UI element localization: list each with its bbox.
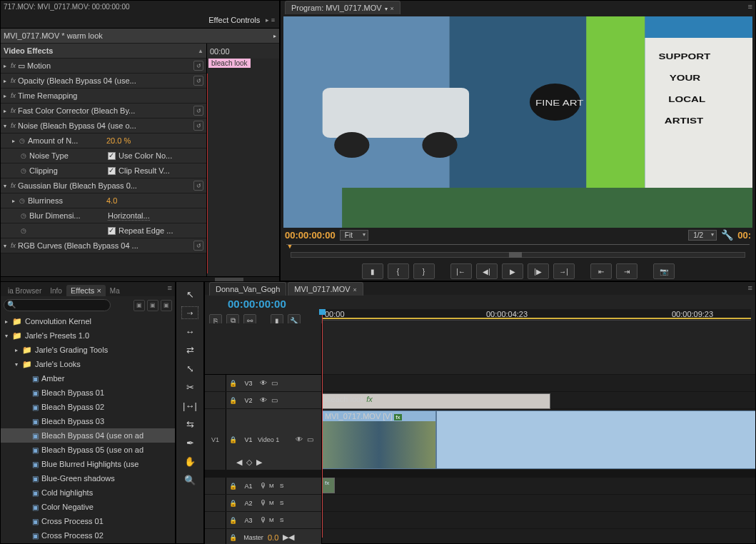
mute-solo[interactable]: M S	[269, 517, 286, 523]
folder-item[interactable]: ▾📁Jarle's Looks	[1, 357, 175, 371]
clip-video[interactable]: MVI_0717.MOV [V] fx	[322, 410, 436, 469]
preset-item[interactable]: ▣Blue-Green shadows	[1, 471, 175, 485]
resolution-dropdown[interactable]: 1/2	[688, 230, 717, 241]
checkbox[interactable]	[108, 227, 116, 235]
track-target-a3[interactable]: A3	[239, 517, 258, 524]
track-output-icon[interactable]: 👁	[260, 379, 267, 387]
track-name-v1[interactable]: Video 1	[258, 436, 293, 443]
scrub-playhead-icon[interactable]: ▼	[286, 242, 293, 250]
source-patch-v1[interactable]: V1	[205, 409, 226, 470]
sequence-tab-donna[interactable]: Donna_Van_Gogh	[209, 282, 286, 296]
slide-tool[interactable]: ⇆	[181, 418, 198, 430]
program-timecode-left[interactable]: 00:00:00:00	[285, 230, 336, 241]
close-icon[interactable]: ×	[390, 5, 394, 12]
preset-item[interactable]: ▣Amber	[1, 371, 175, 386]
track-output-icon[interactable]: 👁	[260, 396, 267, 404]
mute-solo[interactable]: M S	[269, 483, 286, 489]
prev-keyframe-icon[interactable]: ◀	[236, 458, 242, 467]
master-level[interactable]: 0.0	[268, 533, 278, 542]
step-back-button[interactable]: ◀|	[476, 263, 498, 279]
clip-audio[interactable]: fx	[322, 478, 335, 493]
preset-item[interactable]: ▣Bleach Bypass 01	[1, 386, 175, 400]
reset-button[interactable]: ↺	[193, 61, 203, 71]
track-target-v3[interactable]: V3	[239, 380, 258, 387]
ec-playhead[interactable]	[207, 74, 208, 273]
mark-out-bracket-button[interactable]: }	[413, 263, 435, 279]
track-voice-icon[interactable]: 🎙	[260, 482, 267, 490]
preset-item[interactable]: ▣Bleach Bypass 02	[1, 400, 175, 414]
effects-tree[interactable]: ▸📁Convolution Kernel▾📁Jarle's Presets 1.…	[1, 314, 175, 543]
timeline-playhead[interactable]	[322, 309, 323, 538]
panel-menu-icon[interactable]: ≡	[748, 283, 752, 292]
hand-tool[interactable]: ✋	[181, 455, 198, 468]
preset-item[interactable]: ▣Bleach Bypass 05 (use on ad	[1, 443, 175, 457]
slip-tool[interactable]: |↔|	[181, 399, 198, 412]
checkbox[interactable]	[108, 152, 116, 160]
rate-stretch-tool[interactable]: ⤡	[181, 362, 198, 375]
track-target-v1[interactable]: V1	[239, 436, 258, 443]
preset-item[interactable]: ▣Bleach Bypass 03	[1, 414, 175, 428]
close-icon[interactable]: ×	[96, 286, 101, 295]
export-frame-button[interactable]: 📷	[653, 263, 675, 279]
track-target-a2[interactable]: A2	[239, 500, 258, 507]
effect-gaussian-blur[interactable]: Gaussian Blur (Bleach Bypass 0...	[18, 181, 193, 190]
clip-video-tail[interactable]	[436, 410, 755, 469]
reset-button[interactable]: ↺	[193, 106, 203, 116]
program-scrubber[interactable]: ▼	[286, 242, 750, 261]
effect-noise[interactable]: Noise (Bleach Bypass 04 (use o...	[18, 121, 193, 130]
zoom-tool[interactable]: 🔍	[181, 473, 198, 486]
effect-motion[interactable]: Motion	[27, 61, 193, 70]
twirl-icon[interactable]: ▸	[4, 93, 11, 99]
combo-value[interactable]: Horizontal...	[108, 211, 150, 221]
preset-item[interactable]: ▣Cross Process 02	[1, 528, 175, 543]
twirl-icon[interactable]: ▸	[4, 108, 11, 114]
tab-effects[interactable]: Effects×	[66, 285, 106, 296]
preset-item[interactable]: ▣Color Negative	[1, 500, 175, 514]
effects-search-input[interactable]	[4, 299, 111, 311]
next-keyframe-icon[interactable]: ▶	[256, 458, 262, 467]
section-toggle-icon[interactable]: ▲	[198, 48, 203, 54]
track-output-icon[interactable]: 👁	[296, 435, 303, 443]
effect-opacity[interactable]: Opacity (Bleach Bypass 04 (use...	[18, 76, 193, 85]
twirl-icon[interactable]: ▸	[4, 78, 11, 84]
program-viewport[interactable]: FINE ART SUPPORT YOUR LOCAL ARTIST	[283, 16, 752, 228]
master-meter-icon[interactable]: ▶◀	[283, 533, 294, 542]
timeline-tracks-area[interactable]: bleach look fx MVI_0717.MOV [V] fx fx	[322, 323, 755, 543]
stopwatch-icon[interactable]: ◷	[19, 197, 25, 204]
param-value[interactable]: 4.0	[106, 196, 117, 205]
play-button[interactable]: ▶	[502, 263, 523, 279]
disclosure-icon[interactable]: ▸	[273, 33, 276, 39]
twirl-icon[interactable]: ▸	[12, 138, 19, 144]
razor-tool[interactable]: ✂	[181, 381, 198, 393]
timeline-timecode[interactable]: 00:00:00:00	[228, 298, 286, 310]
clip-adjustment-layer[interactable]: bleach look fx	[322, 393, 550, 409]
go-to-in-button[interactable]: |←	[450, 263, 472, 279]
stopwatch-icon[interactable]: ◷	[21, 167, 26, 174]
stopwatch-icon[interactable]: ◷	[21, 212, 26, 219]
ec-clip-bar[interactable]: bleach look	[208, 59, 251, 68]
track-voice-icon[interactable]: 🎙	[260, 516, 267, 524]
twirl-icon[interactable]: ▾	[5, 333, 12, 339]
fit-dropdown[interactable]: Fit	[340, 230, 368, 241]
twirl-icon[interactable]: ▾	[4, 243, 11, 249]
track-lock-icon[interactable]: 🔒	[226, 436, 239, 443]
track-select-tool[interactable]: ⇢	[181, 306, 198, 319]
twirl-icon[interactable]: ▸	[12, 198, 19, 204]
preset-item[interactable]: ▣Cold highlights	[1, 485, 175, 500]
accelerated-effects-filter[interactable]: ▣	[133, 300, 145, 311]
folder-item[interactable]: ▸📁Jarle's Grading Tools	[1, 343, 175, 357]
timeline-ruler[interactable]: 00:00 00:00:04:23 00:00:09:23	[322, 309, 751, 321]
extract-button[interactable]: ⇥	[616, 263, 637, 279]
folder-item[interactable]: ▸📁Convolution Kernel	[1, 314, 175, 328]
track-sync-lock-icon[interactable]: ▭	[271, 396, 278, 404]
track-target-v2[interactable]: V2	[239, 397, 258, 404]
reset-button[interactable]: ↺	[193, 181, 203, 191]
tab-dropdown-icon[interactable]: ▾	[385, 6, 388, 12]
param-value[interactable]: 20.0 %	[106, 136, 131, 145]
track-lock-icon[interactable]: 🔒	[226, 517, 239, 524]
twirl-icon[interactable]: ▸	[4, 63, 11, 69]
stopwatch-icon[interactable]: ◷	[19, 137, 25, 144]
effect-fast-color-corrector[interactable]: Fast Color Corrector (Bleach By...	[18, 106, 193, 115]
effect-controls-timeline[interactable]: 00:00 bleach look	[207, 44, 279, 276]
reset-button[interactable]: ↺	[193, 121, 203, 131]
